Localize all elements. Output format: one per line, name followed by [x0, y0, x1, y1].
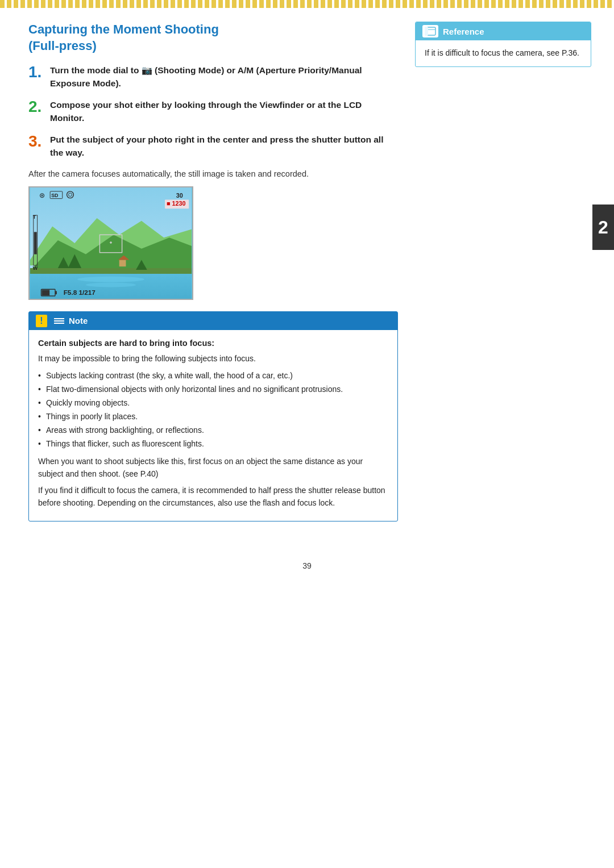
note-bang-icon: ! — [36, 315, 47, 327]
list-item: Things in poorly lit places. — [38, 411, 388, 423]
list-item: Areas with strong backlighting, or refle… — [38, 424, 388, 436]
svg-rect-10 — [119, 260, 126, 266]
page-title: Capturing the Moment Shooting (Full-pres… — [28, 22, 398, 54]
note-content: Certain subjects are hard to bring into … — [29, 330, 397, 521]
list-item: Things that flicker, such as fluorescent… — [38, 438, 388, 450]
step-2-number: 2. — [28, 99, 44, 115]
note-list: Subjects lacking contrast (the sky, a wh… — [38, 370, 388, 450]
lcd-scene-svg: W T ⊛ SD 30 ■ 1230 — [30, 187, 192, 299]
step-1: 1. Turn the mode dial to 📷 (Shooting Mod… — [28, 64, 398, 90]
svg-rect-16 — [34, 232, 37, 254]
svg-rect-28 — [55, 291, 57, 294]
note-lines-icon — [54, 316, 64, 326]
step-1-number: 1. — [28, 64, 44, 80]
note-intro: It may be impossible to bring the follow… — [38, 353, 388, 365]
note-box: ! Note Certain subjects are hard to brin… — [28, 311, 398, 521]
title-line2: (Full-press) — [28, 39, 97, 53]
step-2-text: Compose your shot either by looking thro… — [50, 99, 398, 124]
reference-icon — [422, 25, 438, 37]
svg-text:⊛: ⊛ — [39, 191, 45, 198]
note-header-label: Note — [69, 316, 88, 326]
note-para2: If you find it difficult to focus the ca… — [38, 485, 388, 509]
svg-rect-29 — [42, 290, 49, 295]
svg-text:T: T — [33, 214, 36, 220]
reference-text: If it is difficult to focus the camera, … — [425, 48, 579, 57]
list-item: Flat two-dimensional objects with only h… — [38, 383, 388, 395]
page-number: 39 — [0, 561, 614, 582]
note-subheading: Certain subjects are hard to bring into … — [38, 337, 388, 349]
step-2: 2. Compose your shot either by looking t… — [28, 99, 398, 124]
svg-text:W: W — [33, 265, 38, 271]
note-header: ! Note — [29, 312, 397, 330]
step-3-text: Put the subject of your photo right in t… — [50, 133, 398, 159]
step-1-text: Turn the mode dial to 📷 (Shooting Mode) … — [50, 64, 398, 90]
reference-content: If it is difficult to focus the camera, … — [416, 40, 591, 66]
svg-marker-6 — [30, 268, 192, 274]
svg-text:30: 30 — [176, 191, 183, 198]
top-border — [0, 0, 614, 8]
note-para1: When you want to shoot subjects like thi… — [38, 456, 388, 480]
page-wrapper: 2 Capturing the Moment Shooting (Full-pr… — [0, 0, 614, 868]
chapter-number: 2 — [592, 205, 614, 250]
svg-rect-33 — [425, 27, 428, 36]
svg-point-5 — [86, 282, 136, 287]
svg-point-4 — [77, 277, 144, 282]
svg-text:■ 1230: ■ 1230 — [167, 200, 185, 207]
svg-text:SD: SD — [51, 192, 58, 198]
right-column: Reference If it is difficult to focus th… — [415, 22, 591, 527]
camera-lcd-image: W T ⊛ SD 30 ■ 1230 — [28, 186, 193, 300]
step-3: 3. Put the subject of your photo right i… — [28, 133, 398, 159]
step-3-number: 3. — [28, 133, 44, 149]
reference-header: Reference — [416, 22, 591, 40]
svg-text:F5.8  1/217: F5.8 1/217 — [64, 289, 96, 296]
reference-header-label: Reference — [443, 27, 484, 36]
list-item: Quickly moving objects. — [38, 397, 388, 409]
step-3-subtext: After the camera focuses automatically, … — [28, 168, 398, 181]
left-column: Capturing the Moment Shooting (Full-pres… — [28, 22, 398, 527]
list-item: Subjects lacking contrast (the sky, a wh… — [38, 370, 388, 382]
title-line1: Capturing the Moment Shooting — [28, 22, 219, 36]
reference-box: Reference If it is difficult to focus th… — [415, 22, 591, 67]
